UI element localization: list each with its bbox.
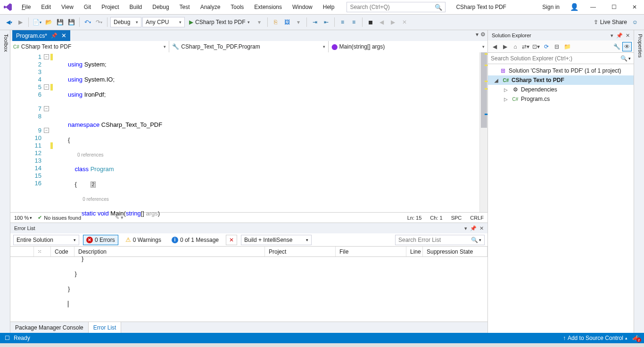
refresh-icon[interactable]: ⟳ (542, 42, 551, 51)
fold-icon[interactable]: − (44, 128, 49, 133)
feedback-icon[interactable]: ☺ (630, 17, 640, 27)
uncomment-icon[interactable]: ≡ (349, 17, 359, 27)
menu-analyze[interactable]: Analyze (196, 2, 225, 12)
deps-icon: ⚙ (512, 86, 519, 93)
quick-search-input[interactable] (350, 4, 435, 10)
col-icon[interactable] (10, 247, 34, 256)
toolbox-tab[interactable]: Toolbox (0, 30, 10, 333)
show-all-icon[interactable]: 📁 (562, 42, 572, 51)
undo-icon[interactable]: ↶▾ (83, 17, 93, 27)
filter-icon[interactable]: ⊡▾ (531, 42, 541, 51)
fold-icon[interactable]: − (44, 106, 49, 111)
menu-view[interactable]: View (57, 2, 78, 12)
indent-icon[interactable]: ⇥ (310, 17, 320, 27)
run-button[interactable]: ▶CSharp Text to PDF▾ (186, 17, 253, 27)
menu-file[interactable]: File (17, 2, 35, 12)
fold-icon[interactable]: − (44, 54, 49, 59)
browser-icon[interactable]: 🖼 (282, 17, 292, 27)
pin-icon[interactable]: 📌 (616, 33, 623, 39)
vertical-scrollbar[interactable] (479, 52, 487, 212)
csfile-icon: C# (512, 97, 519, 102)
bk-clear-icon[interactable]: ✕ (399, 17, 410, 27)
bookmark-icon[interactable]: ◼ (365, 17, 376, 27)
code-editor[interactable]: −1 2 3 4 −5 6 −7 8 −9 10 11 12 13 14 15 … (10, 52, 487, 212)
bk-next-icon[interactable]: ▶ (388, 17, 398, 27)
tree-deps[interactable]: ▷⚙Dependencies (488, 85, 634, 94)
nav-member-combo[interactable]: ⬤Main(string[] args)▾ (329, 41, 487, 52)
quick-search[interactable]: 🔍 (347, 2, 446, 12)
comment-icon[interactable]: ≡ (338, 17, 348, 27)
config-combo[interactable]: Debug▾ (110, 17, 141, 27)
platform-combo[interactable]: Any CPU▾ (142, 17, 185, 27)
pin-icon[interactable]: 📌 (470, 225, 477, 231)
fold-icon[interactable]: − (44, 84, 49, 90)
properties-icon[interactable]: 🔧 (612, 42, 621, 51)
nav-back-icon[interactable]: ◀▾ (4, 17, 14, 27)
nav-class-combo[interactable]: 🔧CSharp_Text_To_PDF.Program▾ (169, 41, 328, 52)
menu-debug[interactable]: Debug (148, 2, 173, 12)
browser-menu-icon[interactable]: ▾ (293, 17, 304, 27)
outdent-icon[interactable]: ⇤ (321, 17, 331, 27)
save-icon[interactable]: 💾 (55, 17, 65, 27)
status-ready: Ready (14, 335, 30, 341)
solution-explorer: Solution Explorer ▾📌✕ ◀ ▶ ⌂ ⇄▾ ⊡▾ ⟳ ⊟ 📁 … (487, 30, 634, 333)
solution-tree: ⊞Solution 'CSharp Text to PDF' (1 of 1 p… (488, 64, 634, 333)
pin-icon[interactable]: 📌 (51, 33, 58, 39)
tab-program-cs[interactable]: Program.cs* 📌 ✕ (12, 30, 70, 41)
open-icon[interactable]: 📂 (43, 17, 54, 27)
panel-menu-icon[interactable]: ▾ (611, 33, 613, 39)
code-text[interactable]: using System; using System.IO; using Iro… (54, 52, 479, 212)
tab-overflow-icon[interactable]: ▾ (476, 31, 479, 38)
menu-window[interactable]: Window (288, 2, 317, 12)
tree-solution[interactable]: ⊞Solution 'CSharp Text to PDF' (1 of 1 p… (488, 66, 634, 75)
menu-build[interactable]: Build (125, 2, 147, 12)
save-all-icon[interactable]: 💾 (66, 17, 76, 27)
signin-link[interactable]: Sign in (539, 3, 562, 11)
back-icon[interactable]: ◀ (490, 42, 499, 51)
menu-help[interactable]: Help (318, 2, 339, 12)
solexp-toolbar: ◀ ▶ ⌂ ⇄▾ ⊡▾ ⟳ ⊟ 📁 🔧 👁 (488, 41, 634, 53)
menu-git[interactable]: Git (79, 2, 96, 12)
person-icon[interactable]: 👤 (570, 3, 579, 11)
menu-test[interactable]: Test (175, 2, 195, 12)
tree-program[interactable]: ▷C#Program.cs (488, 94, 634, 104)
nav-project-combo[interactable]: C#CSharp Text to PDF▾ (10, 41, 169, 52)
redo-icon[interactable]: ↷▾ (94, 17, 104, 27)
collapse-icon[interactable]: ⊟ (552, 42, 561, 51)
check-icon: ✔ (38, 215, 42, 221)
close-button[interactable]: ✕ (628, 2, 641, 12)
new-project-icon[interactable]: 📄▾ (32, 17, 42, 27)
preview-icon[interactable]: 👁 (622, 42, 632, 51)
step-icon[interactable]: ⎘ (271, 17, 281, 27)
home-icon[interactable]: ⌂ (511, 42, 520, 51)
zoom-combo[interactable]: 100 %▾ (14, 215, 32, 221)
solexp-search-input[interactable] (491, 55, 620, 62)
solexp-header: Solution Explorer ▾📌✕ (488, 30, 634, 41)
solexp-search[interactable]: 🔍▾ (488, 53, 634, 64)
expand-arrow-icon[interactable]: ▷ (504, 97, 510, 102)
close-panel-icon[interactable]: ✕ (626, 33, 630, 39)
live-share-icon[interactable]: ⇪Live Share (594, 19, 627, 25)
nav-fwd-icon[interactable]: ▶ (15, 17, 25, 27)
bk-prev-icon[interactable]: ◀ (377, 17, 387, 27)
collapse-arrow-icon[interactable]: ◢ (495, 78, 500, 83)
tab-settings-icon[interactable]: ⚙ (480, 31, 486, 38)
fwd-icon[interactable]: ▶ (500, 42, 510, 51)
menu-project[interactable]: Project (97, 2, 124, 12)
notifications-icon[interactable]: 📣2 (632, 335, 639, 341)
properties-tab[interactable]: Properties (634, 30, 644, 333)
expand-arrow-icon[interactable]: ▷ (504, 87, 510, 92)
close-tab-icon[interactable]: ✕ (61, 32, 66, 39)
panel-menu-icon[interactable]: ▾ (464, 225, 467, 231)
source-control-button[interactable]: ↑Add to Source Control▴ (563, 335, 627, 341)
menu-tools[interactable]: Tools (226, 2, 248, 12)
menu-edit[interactable]: Edit (36, 2, 56, 12)
close-panel-icon[interactable]: ✕ (479, 225, 484, 231)
minimize-button[interactable]: — (586, 2, 600, 12)
maximize-button[interactable]: ☐ (607, 2, 620, 12)
tree-project[interactable]: ◢C#CSharp Text to PDF (488, 75, 634, 85)
menu-extensions[interactable]: Extensions (249, 2, 287, 12)
col-type[interactable]: ⁙ (34, 247, 51, 256)
run-options-icon[interactable]: ▾ (254, 17, 264, 27)
switch-view-icon[interactable]: ⇄▾ (521, 42, 530, 51)
